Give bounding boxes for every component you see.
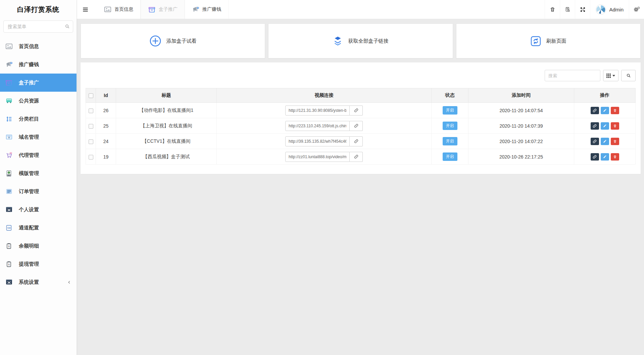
delete-button[interactable] — [611, 153, 619, 161]
table-toolbar — [86, 70, 636, 81]
row-added-time: 2020-10-26 22:17:25 — [468, 149, 574, 165]
sidebar-item-public-resources[interactable]: 公共资源 — [0, 92, 77, 110]
app-title: 白泽打赏系统 — [0, 0, 77, 19]
box-promo-icon — [148, 6, 156, 13]
table-search-input[interactable] — [545, 70, 600, 81]
select-all-checkbox[interactable] — [89, 93, 93, 98]
clear-cache-file-icon[interactable] — [560, 0, 575, 19]
sidebar-item-template-manage[interactable]: HTML 模版管理 — [0, 164, 77, 182]
sidebar-item-system-settings[interactable]: 系统设置 — [0, 273, 77, 291]
settings-gear-icon[interactable] — [629, 0, 644, 19]
tab-box-promo[interactable]: 盒子推广 — [141, 0, 185, 19]
copy-link-button[interactable] — [350, 121, 363, 131]
sidebar-item-withdraw-manage[interactable]: $ 提现管理 — [0, 255, 77, 273]
copy-link-button[interactable] — [350, 152, 363, 162]
col-id: Id — [96, 88, 116, 103]
video-url-input[interactable] — [285, 121, 350, 131]
home-info-icon — [4, 42, 13, 51]
sidebar-item-domain-manage[interactable]: w 域名管理 — [0, 128, 77, 146]
status-badge[interactable]: 开启 — [443, 106, 457, 115]
status-badge[interactable]: 开启 — [443, 152, 457, 161]
col-added: 添加时间 — [468, 88, 574, 103]
copy-link-button[interactable] — [350, 105, 363, 116]
add-box-preview-card[interactable]: 添加盒子试看 — [81, 24, 265, 58]
hamburger-menu-icon[interactable] — [77, 0, 94, 19]
domain-icon: w — [4, 133, 13, 142]
window-tools-icon — [4, 278, 13, 287]
caret-down-icon — [612, 75, 615, 77]
categories-icon — [4, 115, 13, 124]
table-row: 25 【上海卫视】在线直播间 开启 2020-11-20 14:07:39 — [86, 118, 636, 134]
link-button[interactable] — [591, 107, 599, 114]
row-checkbox[interactable] — [89, 139, 93, 144]
table-panel: Id 标题 视频连接 状态 添加时间 操作 26 【动作电影】在线直播间1 — [81, 62, 641, 174]
video-url-group — [285, 121, 363, 131]
sidebar-search-input[interactable] — [3, 20, 73, 33]
sidebar: 白泽打赏系统 首页信息 $ 推广赚钱 盒子推广 公共资源 — [0, 0, 77, 355]
table-row: 26 【动作电影】在线直播间1 开启 2020-11-20 14:07:54 — [86, 103, 636, 118]
trash-icon[interactable] — [545, 0, 560, 19]
box-promo-icon — [4, 78, 13, 87]
status-badge[interactable]: 开启 — [443, 122, 457, 130]
video-url-input[interactable] — [285, 136, 350, 146]
sidebar-item-promo-money[interactable]: $ 推广赚钱 — [0, 55, 77, 74]
col-ops: 操作 — [574, 88, 636, 103]
link-button[interactable] — [591, 122, 599, 130]
tab-promo-money[interactable]: $ 推广赚钱 — [185, 0, 229, 19]
delete-button[interactable] — [611, 122, 619, 130]
copy-link-button[interactable] — [350, 136, 363, 146]
chevron-left-icon — [67, 280, 71, 284]
row-checkbox[interactable] — [89, 108, 93, 113]
fullscreen-icon[interactable] — [575, 0, 590, 19]
status-badge[interactable]: 开启 — [443, 137, 457, 145]
sidebar-menu: 首页信息 $ 推广赚钱 盒子推广 公共资源 分类栏目 — [0, 37, 77, 291]
columns-toggle-button[interactable] — [603, 70, 618, 81]
sidebar-item-profile-settings[interactable]: 个人设置 — [0, 201, 77, 219]
row-actions — [591, 153, 619, 161]
topbar: 首页信息 盒子推广 $ 推广赚钱 — [77, 0, 644, 19]
delete-button[interactable] — [611, 107, 619, 114]
refresh-page-card[interactable]: 刷新页面 — [456, 24, 641, 58]
sidebar-item-balance-detail[interactable]: $ 余额明细 — [0, 237, 77, 255]
delete-button[interactable] — [611, 138, 619, 145]
user-menu[interactable]: Admin — [590, 0, 629, 19]
sidebar-item-agent-manage[interactable]: 代理管理 — [0, 146, 77, 164]
promo-money-icon: $ — [4, 60, 13, 69]
sidebar-item-box-promo[interactable]: 盒子推广 — [0, 74, 77, 92]
edit-button[interactable] — [601, 107, 609, 114]
edit-button[interactable] — [601, 138, 609, 145]
sidebar-item-home-info[interactable]: 首页信息 — [0, 37, 77, 55]
edit-button[interactable] — [601, 122, 609, 130]
row-checkbox[interactable] — [89, 124, 93, 129]
row-checkbox[interactable] — [89, 155, 93, 160]
col-title: 标题 — [116, 88, 217, 103]
window-tools-icon — [4, 205, 13, 214]
table-search — [545, 70, 600, 81]
public-resources-icon — [4, 96, 13, 105]
sidebar-item-channel-config[interactable]: $ 通道配置 — [0, 219, 77, 237]
get-all-box-links-card[interactable]: 获取全部盒子链接 — [268, 24, 453, 58]
table-search-button[interactable] — [621, 70, 636, 81]
video-url-group — [285, 136, 363, 146]
svg-text:$: $ — [11, 62, 12, 64]
orders-icon — [4, 187, 13, 196]
link-button[interactable] — [591, 138, 599, 145]
video-url-input[interactable] — [285, 152, 350, 162]
topbar-right: Admin — [545, 0, 644, 19]
svg-text:HTML: HTML — [7, 174, 10, 176]
sidebar-item-order-manage[interactable]: 订单管理 — [0, 182, 77, 201]
row-id: 26 — [96, 103, 116, 118]
row-id: 19 — [96, 149, 116, 165]
video-url-input[interactable] — [285, 105, 350, 116]
row-title: 【动作电影】在线直播间1 — [116, 103, 217, 118]
link-button[interactable] — [591, 153, 599, 161]
edit-button[interactable] — [601, 153, 609, 161]
col-url: 视频连接 — [217, 88, 432, 103]
row-added-time: 2020-11-20 14:07:22 — [468, 134, 574, 149]
user-name: Admin — [609, 7, 624, 12]
sidebar-item-categories[interactable]: 分类栏目 — [0, 110, 77, 128]
row-added-time: 2020-11-20 14:07:39 — [468, 118, 574, 134]
tab-home-info[interactable]: 首页信息 — [97, 0, 141, 19]
svg-text:w: w — [8, 136, 10, 139]
table-header-row: Id 标题 视频连接 状态 添加时间 操作 — [86, 88, 636, 103]
